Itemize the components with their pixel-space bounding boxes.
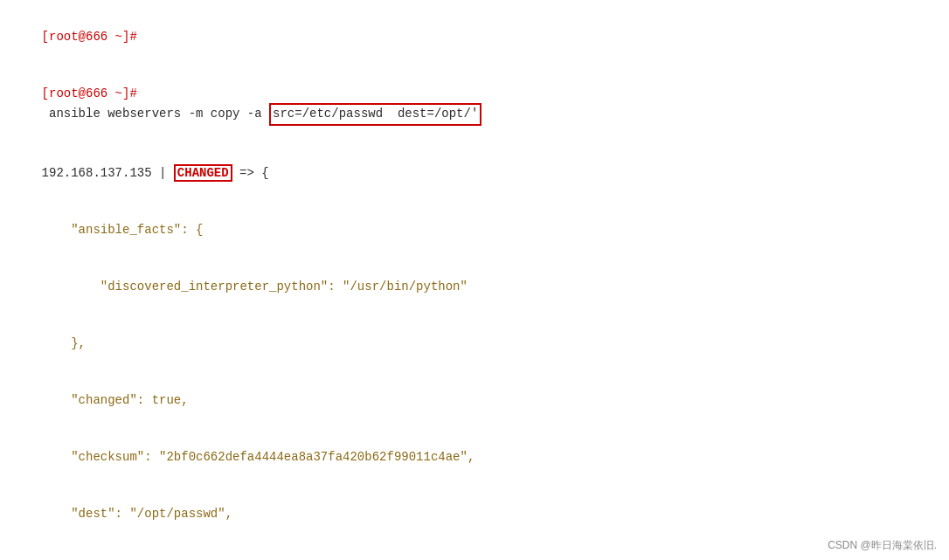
- terminal-window: [root@666 ~]# [root@666 ~]# ansible webs…: [0, 0, 949, 560]
- line-2: [root@666 ~]# ansible webservers -m copy…: [12, 66, 937, 145]
- output-7: "changed": true,: [42, 393, 189, 407]
- csdn-watermark: CSDN @昨日海棠依旧.: [828, 538, 937, 553]
- line-7: "changed": true,: [12, 372, 937, 429]
- output-9: "dest": "/opt/passwd",: [42, 507, 232, 521]
- changed-badge: CHANGED: [174, 164, 232, 182]
- cmd-2: ansible webservers -m copy -a: [42, 107, 269, 121]
- line-1: [root@666 ~]#: [12, 9, 937, 66]
- arrow-1: => {: [232, 166, 269, 180]
- line-4: "ansible_facts": {: [12, 202, 937, 259]
- ip-1: 192.168.137.135: [42, 166, 152, 180]
- output-4: "ansible_facts": {: [42, 223, 204, 237]
- line-9: "dest": "/opt/passwd",: [12, 486, 937, 543]
- line-10: "gid": 0,: [12, 543, 937, 560]
- line-3: 192.168.137.135 | CHANGED => {: [12, 145, 937, 202]
- line-5: "discovered_interpreter_python": "/usr/b…: [12, 259, 937, 315]
- line-8: "checksum": "2bf0c662defa4444ea8a37fa420…: [12, 429, 937, 486]
- prompt-1: [root@666 ~]#: [42, 30, 137, 44]
- cmd-arg-box: src=/etc/passwd dest=/opt/': [269, 103, 481, 126]
- sep-1: |: [152, 166, 174, 180]
- line-6: },: [12, 315, 937, 372]
- output-8: "checksum": "2bf0c662defa4444ea8a37fa420…: [42, 450, 475, 464]
- output-6: },: [42, 336, 86, 350]
- output-5: "discovered_interpreter_python": "/usr/b…: [42, 280, 468, 294]
- prompt-2: [root@666 ~]#: [42, 86, 137, 100]
